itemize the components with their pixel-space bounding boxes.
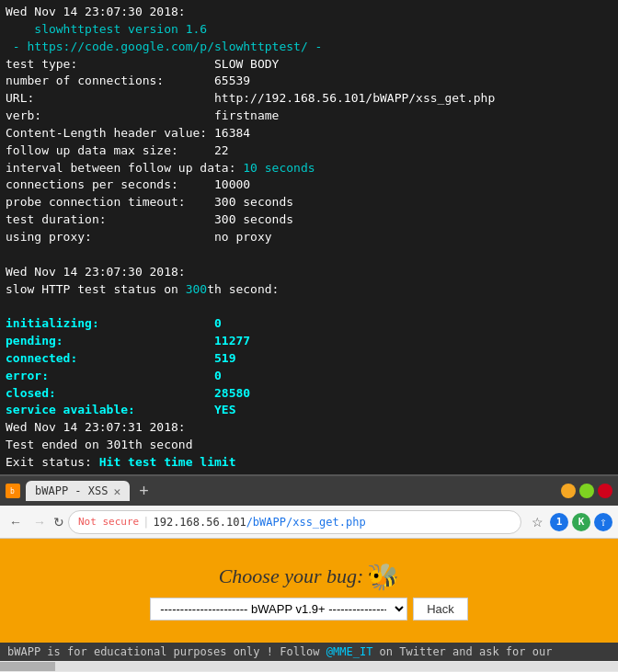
terminal-line: Wed Nov 14 23:07:31 2018:	[6, 419, 612, 437]
url-text: 192.168.56.101/bWAPP/xss_get.php	[153, 516, 365, 529]
nav-icons: ☆ 1 K ⇧	[529, 513, 612, 531]
footer-text: bWAPP is for educational purposes only !…	[7, 645, 552, 658]
address-bar[interactable]: Not secure | 192.168.56.101/bWAPP/xss_ge…	[68, 510, 521, 534]
twitter-link[interactable]: @MME_IT	[326, 645, 373, 658]
browser-tab[interactable]: bWAPP - XSS ✕	[26, 481, 130, 501]
browser-content: Choose your bug: 🐝 ---------------------…	[0, 539, 618, 643]
url-path: /bWAPP/xss_get.php	[246, 516, 366, 529]
terminal-line: using proxy: no proxy	[6, 229, 612, 246]
terminal-line: initializing: 0	[6, 315, 612, 333]
terminal-line: Wed Nov 14 23:07:30 2018:	[6, 264, 612, 281]
secure-badge: Not secure	[78, 516, 139, 528]
account-avatar[interactable]: K	[572, 513, 590, 531]
terminal-line	[6, 246, 612, 264]
bwapp-select-row: ---------------------- bWAPP v1.9+ -----…	[150, 598, 468, 621]
terminal-line: pending: 11277	[6, 333, 612, 350]
terminal-line: error: 0	[6, 368, 612, 385]
terminal-line: slowhttptest version 1.6	[6, 21, 612, 39]
terminal-window: Wed Nov 14 23:07:30 2018: slowhttptest v…	[0, 0, 618, 478]
bee-icon: 🐝	[367, 562, 399, 592]
minimize-button[interactable]	[561, 484, 576, 498]
browser-titlebar: b bWAPP - XSS ✕ +	[0, 476, 618, 506]
terminal-line: URL: http://192.168.56.101/bWAPP/xss_get…	[6, 90, 612, 108]
browser-favicon: b	[6, 484, 20, 498]
update-button[interactable]: ⇧	[594, 513, 612, 531]
browser-navbar: ← → ↻ Not secure | 192.168.56.101/bWAPP/…	[0, 506, 618, 539]
terminal-line: slow HTTP test status on 300th second:	[6, 281, 612, 299]
terminal-line: number of connections: 65539	[6, 73, 612, 90]
bookmark-button[interactable]: ☆	[529, 513, 546, 531]
forward-button[interactable]: →	[29, 513, 50, 531]
close-button[interactable]	[598, 484, 612, 498]
terminal-line: Exit status: Hit test time limit	[6, 454, 612, 472]
scrollbar[interactable]	[0, 661, 618, 672]
terminal-line	[6, 298, 612, 315]
reload-button[interactable]: ↻	[53, 515, 64, 530]
new-tab-button[interactable]: +	[135, 482, 153, 501]
tab-title: bWAPP - XSS	[35, 484, 108, 497]
extension-badge: 1	[550, 513, 568, 531]
hack-button[interactable]: Hack	[413, 598, 468, 621]
url-host: 192.168.56.101	[153, 516, 246, 529]
choose-bug-row: Choose your bug: 🐝	[219, 562, 400, 592]
svg-text:b: b	[10, 487, 15, 495]
terminal-line: service available: YES	[6, 402, 612, 419]
terminal-line: Test ended on 301th second	[6, 437, 612, 454]
terminal-line: closed: 28580	[6, 385, 612, 403]
tab-close-button[interactable]: ✕	[113, 485, 120, 497]
terminal-line: follow up data max size: 22	[6, 142, 612, 160]
terminal-line: Wed Nov 14 23:07:30 2018:	[6, 4, 612, 21]
terminal-line: test duration: 300 seconds	[6, 211, 612, 229]
terminal-line: interval between follow up data: 10 seco…	[6, 160, 612, 177]
terminal-line: test type: SLOW BODY	[6, 56, 612, 74]
bug-select[interactable]: ---------------------- bWAPP v1.9+ -----…	[150, 598, 407, 621]
terminal-line: connected: 519	[6, 350, 612, 368]
window-controls	[561, 484, 612, 498]
browser-footer: bWAPP is for educational purposes only !…	[0, 643, 618, 661]
terminal-line: verb: firstname	[6, 108, 612, 125]
terminal-line: Content-Length header value: 16384	[6, 125, 612, 142]
terminal-line: - https://code.google.com/p/slowhttptest…	[6, 39, 612, 56]
terminal-line: probe connection timeout: 300 seconds	[6, 194, 612, 211]
browser-window: b bWAPP - XSS ✕ + ← → ↻ Not secure | 192…	[0, 474, 618, 672]
choose-bug-label: Choose your bug:	[219, 564, 364, 588]
back-button[interactable]: ←	[6, 513, 26, 531]
maximize-button[interactable]	[579, 484, 594, 498]
terminal-line: connections per seconds: 10000	[6, 177, 612, 194]
